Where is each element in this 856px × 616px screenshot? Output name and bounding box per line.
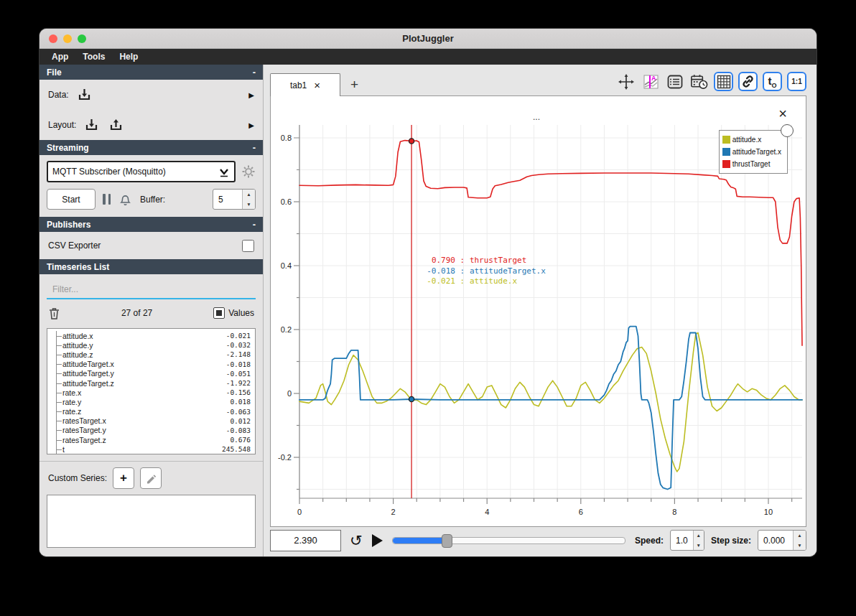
streaming-source-select[interactable]: MQTT Subscriber (Mosquitto) [47, 161, 236, 182]
filter-input[interactable] [47, 281, 256, 299]
svg-text:2: 2 [391, 508, 396, 516]
legend-entry[interactable]: attitude.x [722, 134, 781, 146]
spin-down-icon[interactable]: ▼ [243, 200, 255, 210]
list-item[interactable]: ratesTarget.y-0.083 [53, 426, 251, 435]
move-icon[interactable] [616, 72, 636, 91]
plot-pane[interactable]: -0.200.20.40.60.80246810 ... × attitude.… [270, 95, 806, 527]
list-item[interactable]: thrustTarget0.79 [53, 454, 251, 454]
window-title: PlotJuggler [39, 33, 817, 44]
layout-label: Layout: [48, 120, 76, 130]
slider-handle[interactable] [442, 534, 452, 548]
legend-entry[interactable]: attitudeTarget.x [722, 146, 781, 158]
custom-series-list[interactable] [47, 495, 256, 548]
step-size-spinner[interactable]: 0.000 ▲▼ [758, 530, 806, 551]
play-button[interactable] [372, 534, 383, 547]
list-item[interactable]: rate.z-0.063 [53, 407, 251, 416]
csv-exporter-label: CSV Exporter [48, 241, 101, 251]
ratio-1-1-icon[interactable]: 1:1 [787, 72, 806, 91]
list-item[interactable]: rate.x-0.156 [53, 388, 251, 397]
pencil-icon [145, 472, 157, 484]
spin-up-icon[interactable]: ▲ [243, 190, 255, 200]
edit-custom-series-button[interactable] [140, 467, 162, 489]
svg-text:0.2: 0.2 [281, 325, 292, 334]
datetime-icon[interactable] [689, 72, 709, 91]
speed-label: Speed: [635, 536, 664, 546]
list-item[interactable]: attitude.z-2.148 [53, 350, 251, 359]
title-bar: PlotJuggler [39, 29, 817, 49]
layout-menu-arrow-icon[interactable]: ▶ [248, 121, 254, 129]
data-label: Data: [48, 90, 69, 100]
speed-spinner[interactable]: 1.0 ▲▼ [670, 530, 704, 551]
data-load-row: Data: ▶ [39, 80, 263, 110]
list-icon[interactable] [665, 72, 684, 91]
legend-color-swatch [722, 148, 730, 156]
add-tab-button[interactable]: + [350, 77, 358, 93]
spin-up-icon[interactable]: ▲ [794, 531, 806, 541]
spin-up-icon[interactable]: ▲ [694, 531, 704, 541]
list-item[interactable]: attitude.y-0.032 [53, 340, 251, 350]
section-header-file[interactable]: File - [39, 65, 263, 80]
section-header-streaming[interactable]: Streaming - [39, 140, 263, 155]
time-slider[interactable] [392, 537, 625, 544]
trigger-annotation-icon[interactable]: A [641, 72, 660, 91]
list-item[interactable]: ratesTarget.z0.676 [53, 435, 251, 444]
menu-tools[interactable]: Tools [76, 52, 111, 62]
current-time-field[interactable]: 2.390 [270, 530, 341, 551]
save-layout-icon[interactable] [108, 117, 125, 133]
svg-text:8: 8 [672, 508, 676, 516]
cursor-readout: 0.790 : thrustTarget-0.018 : attitudeTar… [418, 256, 546, 287]
load-layout-icon[interactable] [83, 117, 101, 133]
legend-entry[interactable]: thrustTarget [722, 158, 781, 170]
menu-app[interactable]: App [45, 52, 75, 62]
trash-icon[interactable] [48, 307, 60, 320]
close-plot-icon[interactable]: × [778, 106, 787, 121]
svg-text:-0.2: -0.2 [278, 453, 292, 462]
link-axes-icon[interactable] [738, 72, 758, 91]
list-item[interactable]: t245.548 [53, 444, 251, 454]
plot-legend[interactable]: attitude.xattitudeTarget.xthrustTarget [719, 130, 788, 174]
collapse-icon[interactable]: - [253, 219, 256, 230]
list-item[interactable]: rate.y0.018 [53, 397, 251, 406]
svg-text:A: A [651, 75, 656, 82]
app-window: PlotJuggler App Tools Help File - Data: … [39, 29, 817, 556]
pause-icon[interactable] [103, 194, 111, 205]
values-checkbox[interactable] [213, 307, 225, 319]
close-tab-icon[interactable]: × [314, 80, 320, 90]
loop-icon[interactable]: ↺ [350, 533, 363, 548]
timeseries-count: 27 of 27 [60, 308, 213, 318]
gear-icon[interactable] [241, 164, 256, 179]
grid-layout-icon[interactable] [714, 72, 733, 91]
list-item[interactable]: attitudeTarget.y-0.051 [53, 369, 251, 378]
list-item[interactable]: attitudeTarget.x-0.018 [53, 360, 251, 369]
spin-down-icon[interactable]: ▼ [794, 541, 806, 551]
collapse-icon[interactable]: - [253, 67, 256, 78]
legend-handle[interactable] [781, 124, 794, 137]
tab-tab1[interactable]: tab1 × [270, 73, 340, 96]
collapse-icon[interactable]: - [253, 142, 256, 153]
plot-title[interactable]: ... [299, 112, 773, 122]
section-header-publishers[interactable]: Publishers - [39, 217, 263, 232]
add-custom-series-button[interactable]: + [113, 467, 134, 489]
spin-down-icon[interactable]: ▼ [694, 541, 704, 551]
list-item[interactable]: attitude.x-0.021 [53, 331, 251, 340]
menu-bar: App Tools Help [39, 49, 817, 65]
svg-text:0.4: 0.4 [281, 261, 292, 270]
load-data-icon[interactable] [76, 87, 93, 103]
custom-series-label: Custom Series: [48, 473, 107, 483]
svg-text:6: 6 [579, 508, 583, 516]
legend-color-swatch [722, 136, 730, 144]
svg-text:0.8: 0.8 [281, 134, 292, 142]
time-offset-icon[interactable]: tO [763, 72, 782, 91]
buffer-spinner[interactable]: 5 ▲▼ [213, 189, 256, 210]
list-item[interactable]: attitudeTarget.z-1.922 [53, 378, 251, 388]
start-button[interactable]: Start [47, 189, 96, 210]
playback-bar: 2.390 ↺ Speed: 1.0 ▲▼ Step size: 0.000 ▲… [264, 527, 817, 556]
data-menu-arrow-icon[interactable]: ▶ [248, 91, 254, 99]
bell-icon[interactable] [118, 192, 133, 207]
list-item[interactable]: ratesTarget.x0.012 [53, 416, 251, 426]
section-header-timeseries[interactable]: Timeseries List [39, 259, 263, 274]
svg-text:4: 4 [485, 508, 489, 516]
menu-help[interactable]: Help [113, 52, 144, 62]
csv-exporter-checkbox[interactable] [242, 240, 254, 252]
timeseries-list[interactable]: attitude.x-0.021 attitude.y-0.032 attitu… [47, 328, 256, 454]
